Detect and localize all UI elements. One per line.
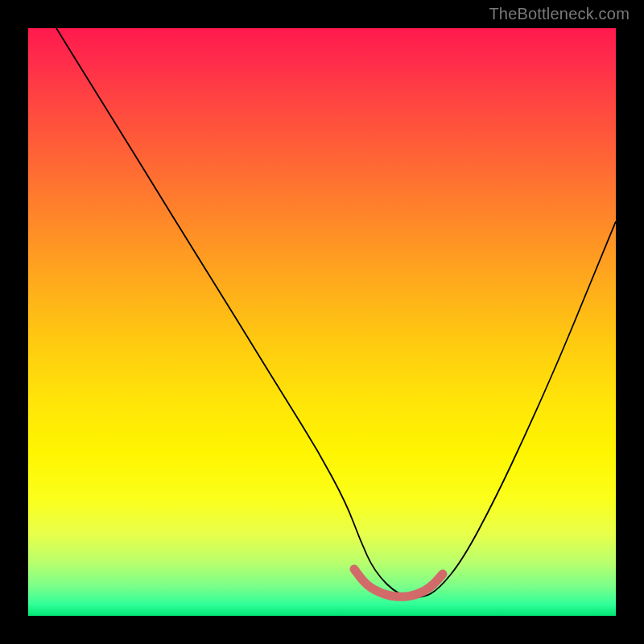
watermark-text: TheBottleneck.com [489,5,630,23]
chart-frame [0,0,644,644]
